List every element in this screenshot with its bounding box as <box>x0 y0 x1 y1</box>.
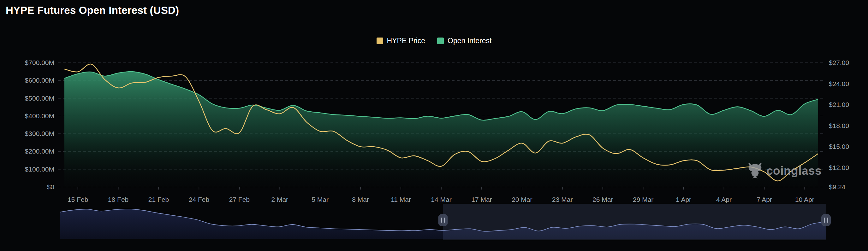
x-axis-label: 11 Mar <box>391 196 411 203</box>
x-axis-label: 27 Feb <box>229 196 250 203</box>
y-axis-left-label: $100.00M <box>4 166 54 173</box>
y-axis-left-label: $700.00M <box>4 59 54 67</box>
open-interest-area[interactable] <box>64 72 818 187</box>
y-axis-left-label: $600.00M <box>4 77 54 84</box>
pause-icon <box>444 218 445 223</box>
x-axis-label: 20 Mar <box>512 196 532 203</box>
x-axis-label: 18 Feb <box>108 196 128 203</box>
navigator-handle[interactable] <box>438 214 448 226</box>
pause-icon <box>827 218 828 223</box>
y-axis-right-label: $12.00 <box>829 164 849 172</box>
y-axis-left-label: $0 <box>4 183 54 191</box>
y-axis-right-label: $27.00 <box>829 59 849 67</box>
y-axis-right-label: $15.00 <box>829 143 849 150</box>
x-axis-label: 21 Feb <box>148 196 169 203</box>
pause-icon <box>441 218 442 223</box>
y-axis-right-label: $21.00 <box>829 101 849 108</box>
x-axis-label: 26 Mar <box>592 196 613 203</box>
x-axis-label: 10 Apr <box>795 196 814 203</box>
x-axis-label: 24 Feb <box>189 196 209 203</box>
navigator-handle[interactable] <box>821 214 831 226</box>
chart-panel: HYPE Futures Open Interest (USD) HYPE Pr… <box>0 0 868 251</box>
x-axis-label: 15 Feb <box>67 196 88 203</box>
navigator-selection[interactable] <box>443 204 826 240</box>
x-axis-label: 7 Apr <box>756 196 772 203</box>
main-chart[interactable] <box>0 0 868 251</box>
y-axis-right-label: $18.00 <box>829 122 849 130</box>
y-axis-right-label: $24.00 <box>829 80 849 88</box>
x-axis-label: 29 Mar <box>633 196 653 203</box>
watermark: coinglass <box>747 163 822 179</box>
x-axis-label: 23 Mar <box>552 196 572 203</box>
coinglass-bull-icon <box>747 163 763 179</box>
x-axis-label: 14 Mar <box>431 196 452 203</box>
x-axis-label: 4 Apr <box>716 196 732 203</box>
x-axis-label: 17 Mar <box>471 196 492 203</box>
x-axis-label: 8 Mar <box>352 196 369 203</box>
y-axis-left-label: $200.00M <box>4 148 54 155</box>
x-axis-label: 5 Mar <box>312 196 329 203</box>
x-axis-label: 1 Apr <box>676 196 691 203</box>
y-axis-left-label: $300.00M <box>4 130 54 138</box>
pause-icon <box>824 218 825 223</box>
y-axis-right-label: $9.24 <box>829 183 845 191</box>
y-axis-left-label: $400.00M <box>4 112 54 120</box>
y-axis-left-label: $500.00M <box>4 95 54 102</box>
watermark-text: coinglass <box>766 164 822 178</box>
x-axis-label: 2 Mar <box>271 196 288 203</box>
